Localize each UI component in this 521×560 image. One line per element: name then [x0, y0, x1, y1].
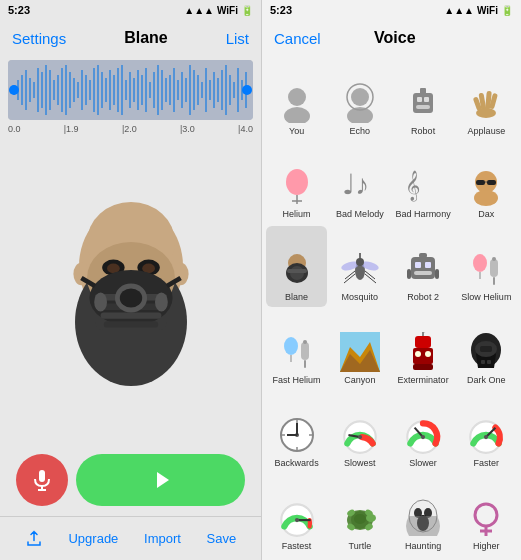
svg-rect-130: [414, 271, 432, 275]
voice-label-slowest: Slowest: [344, 458, 376, 469]
signal-icon-right: ▲▲▲: [444, 5, 474, 16]
voice-icon-dax: [465, 165, 507, 207]
voice-item-faster[interactable]: Faster: [456, 392, 517, 473]
share-button[interactable]: [25, 530, 43, 548]
svg-rect-6: [33, 82, 35, 98]
voice-icon-robot: [402, 82, 444, 124]
svg-rect-95: [424, 97, 429, 102]
save-button[interactable]: Save: [207, 531, 237, 546]
voice-icon-canyon: [339, 331, 381, 373]
voice-icon-haunting: [402, 497, 444, 539]
svg-rect-57: [237, 68, 239, 112]
svg-rect-136: [490, 259, 498, 277]
right-status-bar: 5:23 ▲▲▲ WiFi 🔋: [262, 0, 521, 20]
svg-rect-110: [476, 180, 485, 185]
voice-label-slow-helium: Slow Helium: [461, 292, 511, 303]
svg-rect-22: [97, 65, 99, 115]
svg-rect-96: [416, 105, 430, 109]
voice-icon-turtle: [339, 497, 381, 539]
voice-item-echo[interactable]: Echo: [329, 60, 390, 141]
svg-rect-42: [177, 80, 179, 100]
mascot-svg: [51, 190, 211, 390]
svg-rect-53: [221, 70, 223, 110]
voice-item-robot[interactable]: Robot: [393, 60, 454, 141]
svg-rect-24: [105, 78, 107, 102]
settings-button[interactable]: Settings: [12, 30, 66, 47]
waveform-labels: 0.0 |1.9 |2.0 |3.0 |4.0: [0, 124, 261, 134]
voice-item-backwards[interactable]: Backwards: [266, 392, 327, 473]
voice-icon-applause: [465, 82, 507, 124]
svg-rect-47: [197, 75, 199, 105]
svg-rect-8: [41, 72, 43, 108]
voice-item-bad-melody[interactable]: ♩♪ Bad Melody: [329, 143, 390, 224]
svg-rect-25: [109, 70, 111, 110]
voice-item-dax[interactable]: Dax: [456, 143, 517, 224]
svg-rect-17: [77, 82, 79, 98]
voice-item-higher[interactable]: Higher: [456, 475, 517, 556]
voice-item-dark-one[interactable]: Dark One: [456, 309, 517, 390]
svg-point-139: [284, 337, 298, 355]
mic-button[interactable]: [16, 454, 68, 506]
voice-item-fast-helium[interactable]: Fast Helium: [266, 309, 327, 390]
voice-item-mosquito[interactable]: Mosquito: [329, 226, 390, 307]
upgrade-button[interactable]: Upgrade: [68, 531, 118, 546]
svg-point-176: [484, 435, 488, 439]
voice-item-turtle[interactable]: Turtle: [329, 475, 390, 556]
voice-title: Voice: [374, 29, 416, 47]
signal-icon: ▲▲▲: [184, 5, 214, 16]
svg-rect-4: [25, 70, 27, 110]
voice-item-helium[interactable]: Helium: [266, 143, 327, 224]
svg-rect-19: [85, 75, 87, 105]
right-nav-bar: Cancel Voice: [262, 20, 521, 56]
svg-rect-28: [121, 65, 123, 115]
svg-rect-147: [415, 336, 431, 348]
voice-icon-fastest: [276, 497, 318, 539]
svg-point-149: [415, 351, 421, 357]
list-button[interactable]: List: [226, 30, 249, 47]
svg-rect-50: [209, 80, 211, 100]
svg-rect-18: [81, 70, 83, 110]
right-panel: 5:23 ▲▲▲ WiFi 🔋 Cancel Voice You: [261, 0, 521, 560]
svg-rect-20: [89, 80, 91, 100]
voice-icon-exterminator: [402, 331, 444, 373]
waveform-container[interactable]: [8, 60, 253, 120]
voice-item-exterminator[interactable]: Exterminator: [393, 309, 454, 390]
voice-icon-mosquito: [339, 248, 381, 290]
voice-item-slowest[interactable]: Slowest: [329, 392, 390, 473]
svg-point-173: [421, 435, 425, 439]
voice-label-slower: Slower: [409, 458, 437, 469]
svg-point-80: [94, 292, 107, 311]
battery-icon-right: 🔋: [501, 5, 513, 16]
voice-item-bad-harmony[interactable]: 𝄞 Bad Harmony: [393, 143, 454, 224]
voice-item-applause[interactable]: Applause: [456, 60, 517, 141]
voice-item-canyon[interactable]: Canyon: [329, 309, 390, 390]
svg-point-192: [475, 504, 497, 526]
svg-rect-33: [141, 75, 143, 105]
left-nav-title: Blane: [124, 29, 168, 47]
voice-label-robot: Robot: [411, 126, 435, 137]
battery-icon: 🔋: [241, 5, 253, 16]
svg-rect-49: [205, 68, 207, 112]
right-status-icons: ▲▲▲ WiFi 🔋: [444, 5, 513, 16]
svg-rect-157: [480, 346, 492, 352]
controls-row: [0, 444, 261, 516]
import-button[interactable]: Import: [144, 531, 181, 546]
svg-rect-39: [165, 78, 167, 102]
share-icon: [25, 530, 43, 548]
voice-item-haunting[interactable]: Haunting: [393, 475, 454, 556]
voice-item-you[interactable]: You: [266, 60, 327, 141]
svg-rect-76: [100, 312, 161, 318]
voice-item-slow-helium[interactable]: Slow Helium: [456, 226, 517, 307]
svg-rect-132: [407, 269, 411, 279]
voice-icon-higher: [465, 497, 507, 539]
mascot-area: [0, 136, 261, 444]
voice-item-slower[interactable]: Slower: [393, 392, 454, 473]
svg-rect-129: [425, 262, 431, 268]
cancel-button[interactable]: Cancel: [274, 30, 321, 47]
voice-item-fastest[interactable]: Fastest: [266, 475, 327, 556]
play-button[interactable]: [76, 454, 245, 506]
voice-item-robot2[interactable]: Robot 2: [393, 226, 454, 307]
svg-rect-3: [21, 75, 23, 105]
svg-rect-111: [487, 180, 496, 185]
voice-item-blane[interactable]: Blane: [266, 226, 327, 307]
